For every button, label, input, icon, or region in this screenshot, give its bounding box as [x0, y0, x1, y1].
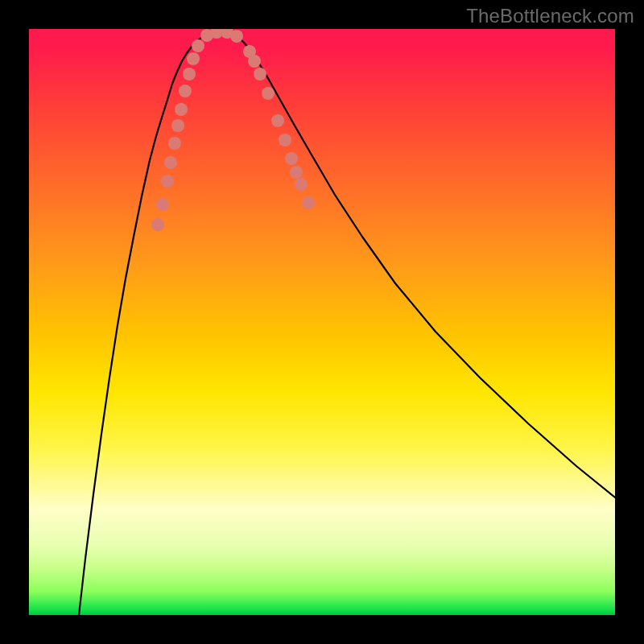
marker-dot: [168, 137, 181, 150]
marker-dot: [279, 134, 291, 147]
marker-dot: [156, 198, 169, 211]
marker-dot: [171, 119, 184, 132]
marker-dot: [179, 85, 192, 97]
chart-frame: TheBottleneck.com: [0, 0, 644, 644]
marker-dot: [183, 68, 196, 80]
marker-dot: [151, 218, 164, 231]
marker-dot: [254, 68, 266, 80]
plot-area: [29, 29, 615, 615]
marker-dot: [175, 103, 188, 116]
v-curve-path: [79, 32, 615, 615]
marker-dot: [164, 156, 177, 169]
marker-dot: [290, 166, 303, 179]
marker-dot: [248, 55, 261, 68]
curve-layer: [29, 29, 615, 615]
marker-dot: [262, 87, 275, 100]
marker-dots: [151, 29, 315, 231]
marker-dot: [161, 175, 174, 188]
marker-dot: [192, 39, 204, 52]
watermark-text: TheBottleneck.com: [466, 5, 634, 27]
marker-dot: [271, 114, 284, 127]
marker-dot: [187, 52, 200, 65]
marker-dot: [295, 178, 308, 191]
marker-dot: [230, 30, 243, 43]
marker-dot: [302, 196, 315, 209]
bottleneck-v-curve: [79, 32, 615, 615]
marker-dot: [285, 152, 298, 165]
